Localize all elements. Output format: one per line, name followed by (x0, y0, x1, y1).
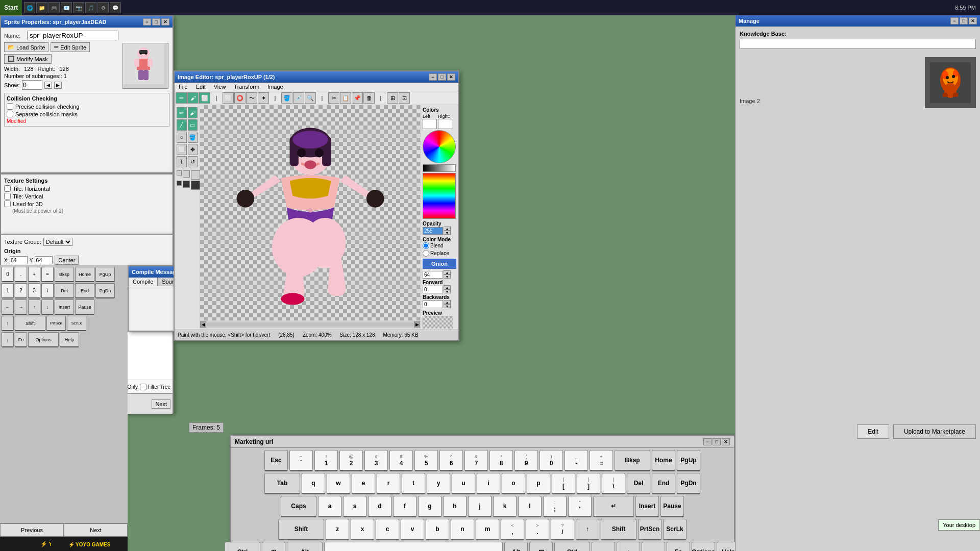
image-editor-titlebar[interactable]: Image Editor: spr_playerRoxUP (1/2) − □ … (175, 71, 458, 83)
key-n[interactable]: n (451, 519, 474, 540)
key-b[interactable]: b (426, 519, 449, 540)
key-caps[interactable]: Caps (281, 496, 316, 517)
left-kbd-prev[interactable]: Previous (0, 523, 64, 537)
show-prev-btn[interactable]: ◀ (44, 82, 52, 89)
key-t[interactable]: t (402, 473, 425, 494)
lkey-fn[interactable]: Fn (15, 332, 27, 347)
edit-sprite-button[interactable]: ✏ Edit Sprite (51, 42, 90, 52)
key-right-arrow[interactable]: → (642, 542, 665, 551)
key-z[interactable]: z (326, 519, 349, 540)
kb-search-input[interactable] (740, 39, 976, 49)
key-lt[interactable]: <, (501, 519, 524, 540)
compile-tab-compile[interactable]: Compile (129, 278, 158, 286)
filter-tree-checkbox[interactable] (140, 384, 146, 390)
lkey-num0[interactable]: 0 (2, 267, 14, 282)
key-s[interactable]: s (343, 496, 366, 517)
start-button[interactable]: Start (0, 0, 22, 15)
lkey-up[interactable]: ↑ (28, 299, 40, 315)
key-lbrace[interactable]: {[ (552, 473, 575, 494)
right-panel-minimize[interactable]: − (950, 17, 959, 24)
left-color-box[interactable] (423, 119, 437, 129)
canvas-hscrollbar[interactable]: ◀ ▶ (200, 320, 420, 329)
tile-h-checkbox[interactable] (4, 185, 11, 192)
show-input[interactable] (22, 80, 42, 90)
tool-text-side[interactable]: T (177, 156, 187, 167)
scroll-left[interactable]: ◀ (200, 321, 206, 328)
backwards-input[interactable] (423, 300, 443, 308)
tool-cut[interactable]: ✂ (328, 92, 339, 104)
key-colon[interactable]: :; (543, 496, 567, 517)
key-pipe[interactable]: |\ (602, 473, 625, 494)
image-editor-maximize[interactable]: □ (438, 73, 446, 81)
key-tilde[interactable]: ~` (289, 450, 313, 471)
onion-up[interactable]: ▲ (444, 270, 451, 274)
key-f[interactable]: f (393, 496, 416, 517)
tool-grid[interactable]: ⊞ (387, 92, 398, 104)
forward-input[interactable] (423, 286, 443, 293)
menu-view[interactable]: View (210, 83, 230, 91)
tool-fill[interactable]: 🪣 (281, 92, 292, 104)
key-o[interactable]: o (502, 473, 525, 494)
tool-copy[interactable]: 📋 (340, 92, 351, 104)
origin-y-input[interactable] (35, 256, 53, 264)
size-dark-2[interactable] (183, 181, 190, 188)
size-3[interactable] (191, 170, 200, 180)
key-ctrl-l[interactable]: Ctrl (225, 542, 260, 551)
key-quote[interactable]: "' (568, 496, 592, 517)
key-rbrace[interactable]: }] (577, 473, 600, 494)
key-alt-r[interactable]: Alt (504, 542, 528, 551)
key-shift-l[interactable]: Shift (278, 519, 324, 540)
taskbar-icon-music[interactable]: 🎵 (85, 2, 96, 13)
key-insert[interactable]: Insert (635, 496, 659, 517)
key-7[interactable]: &7 (464, 450, 488, 471)
lkey-end[interactable]: End (75, 283, 94, 298)
key-p[interactable]: p (527, 473, 550, 494)
key-a[interactable]: a (318, 496, 341, 517)
tool-delete[interactable]: 🗑 (363, 92, 375, 104)
lkey-2[interactable]: 2 (15, 283, 27, 298)
key-enter[interactable]: ↵ (593, 496, 634, 517)
sprite-props-minimize[interactable]: − (143, 18, 151, 26)
left-kbd-next[interactable]: Next (64, 523, 128, 537)
key-space[interactable] (324, 542, 503, 551)
image-editor-minimize[interactable]: − (429, 73, 437, 81)
key-v[interactable]: v (401, 519, 424, 540)
key-9[interactable]: (9 (514, 450, 538, 471)
lightness-bar[interactable] (423, 164, 456, 172)
key-end[interactable]: End (652, 473, 675, 494)
key-pgup[interactable]: PgUp (677, 450, 700, 471)
backwards-up[interactable]: ▲ (444, 300, 451, 304)
menu-edit[interactable]: Edit (192, 83, 210, 91)
right-panel-close[interactable]: ✕ (969, 17, 977, 24)
lkey-prtscn[interactable]: PrtScn (46, 316, 66, 331)
key-4[interactable]: $4 (389, 450, 413, 471)
lkey-shift[interactable]: Shift (15, 316, 45, 331)
key-d[interactable]: d (368, 496, 391, 517)
size-dark-3[interactable] (191, 181, 200, 190)
tool-ellipse-side[interactable]: ○ (177, 132, 187, 143)
lkey-scrlk[interactable]: ScrLk (67, 316, 86, 331)
key-fn[interactable]: Fn (667, 542, 690, 551)
modify-mask-button[interactable]: 🔲 Modify Mask (4, 54, 52, 64)
upload-to-marketplace-button[interactable]: Upload to Marketplace (893, 424, 976, 439)
canvas-area[interactable]: ◀ ▶ (200, 105, 420, 329)
key-8[interactable]: *8 (489, 450, 513, 471)
edit-button[interactable]: Edit (857, 424, 889, 439)
tool-eyedropper[interactable]: 💉 (293, 92, 304, 104)
size-dark-1[interactable] (177, 181, 182, 186)
right-color-box[interactable] (438, 119, 452, 129)
tool-rect-select[interactable]: ⬜ (223, 92, 234, 104)
lkey-left[interactable]: ← (2, 299, 14, 315)
lkey-del[interactable]: Del (55, 283, 74, 298)
key-u[interactable]: u (452, 473, 475, 494)
lkey-dot[interactable]: . (15, 267, 27, 282)
key-question[interactable]: ?/ (551, 519, 574, 540)
menu-transform[interactable]: Transform (230, 83, 263, 91)
marketing-close[interactable]: ✕ (722, 438, 730, 445)
forward-up[interactable]: ▲ (444, 285, 451, 289)
backwards-down[interactable]: ▼ (444, 304, 451, 308)
key-m[interactable]: m (476, 519, 499, 540)
taskbar-icon-gm[interactable]: 🎮 (48, 2, 60, 13)
key-y[interactable]: y (427, 473, 450, 494)
tool-lasso[interactable]: 〜 (246, 92, 257, 104)
